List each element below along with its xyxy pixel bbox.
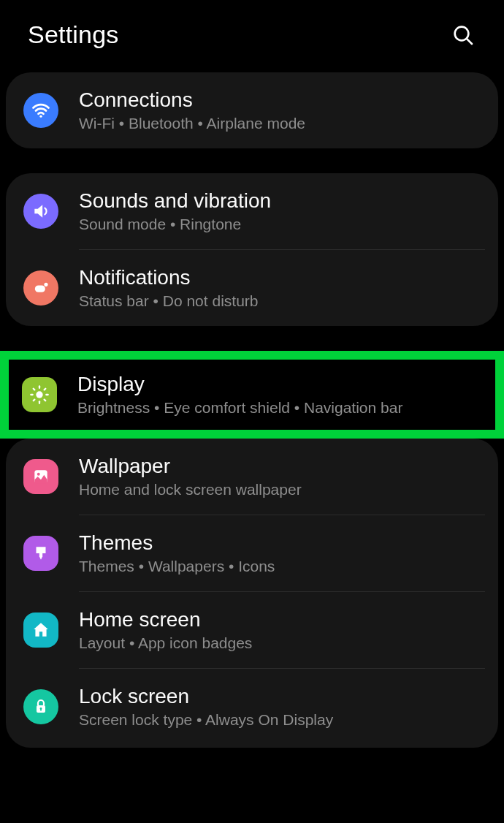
row-subtitle: Status bar • Do not disturb: [79, 292, 484, 310]
svg-point-15: [37, 473, 40, 476]
row-lockscreen[interactable]: Lock screen Screen lock type • Always On…: [6, 669, 498, 745]
search-icon: [451, 23, 475, 47]
svg-point-4: [44, 283, 47, 287]
row-title: Display: [77, 373, 481, 396]
row-title: Lock screen: [79, 685, 484, 708]
brush-icon: [23, 536, 58, 571]
row-title: Connections: [79, 88, 484, 112]
svg-point-2: [39, 115, 42, 118]
image-icon: [23, 459, 58, 494]
settings-group: Connections Wi-Fi • Bluetooth • Airplane…: [6, 72, 498, 148]
svg-point-5: [36, 391, 42, 398]
row-title: Wallpaper: [79, 455, 484, 478]
highlighted-row-wrap: Display Brightness • Eye comfort shield …: [0, 351, 504, 439]
bell-icon: [23, 270, 58, 306]
svg-line-11: [45, 400, 46, 401]
row-texts: Notifications Status bar • Do not distur…: [79, 266, 484, 310]
home-icon: [23, 612, 58, 648]
row-title: Home screen: [79, 608, 484, 632]
row-homescreen[interactable]: Home screen Layout • App icon badges: [6, 592, 498, 668]
row-texts: Lock screen Screen lock type • Always On…: [79, 685, 484, 729]
svg-line-13: [45, 389, 46, 390]
header: Settings: [0, 0, 504, 72]
row-subtitle: Wi-Fi • Bluetooth • Airplane mode: [79, 115, 484, 132]
row-title: Sounds and vibration: [79, 189, 484, 213]
row-display[interactable]: Display Brightness • Eye comfort shield …: [9, 360, 495, 430]
row-subtitle: Layout • App icon badges: [79, 634, 484, 652]
svg-rect-3: [35, 286, 45, 292]
row-title: Notifications: [79, 266, 484, 289]
row-connections[interactable]: Connections Wi-Fi • Bluetooth • Airplane…: [6, 72, 498, 148]
settings-group: Wallpaper Home and lock screen wallpaper…: [6, 439, 498, 748]
svg-line-10: [34, 389, 35, 390]
row-texts: Sounds and vibration Sound mode • Ringto…: [79, 189, 484, 233]
row-subtitle: Home and lock screen wallpaper: [79, 481, 484, 498]
svg-rect-18: [40, 709, 42, 711]
row-themes[interactable]: Themes Themes • Wallpapers • Icons: [6, 515, 498, 591]
row-texts: Themes Themes • Wallpapers • Icons: [79, 531, 484, 575]
row-texts: Home screen Layout • App icon badges: [79, 608, 484, 652]
row-notifications[interactable]: Notifications Status bar • Do not distur…: [6, 250, 498, 326]
settings-group: Sounds and vibration Sound mode • Ringto…: [6, 173, 498, 326]
svg-line-12: [34, 400, 35, 401]
search-button[interactable]: [450, 22, 476, 48]
svg-line-1: [467, 39, 472, 44]
row-subtitle: Sound mode • Ringtone: [79, 216, 484, 233]
sound-icon: [23, 194, 58, 229]
brightness-icon: [22, 377, 57, 412]
row-title: Themes: [79, 531, 484, 555]
row-sounds[interactable]: Sounds and vibration Sound mode • Ringto…: [6, 173, 498, 249]
row-subtitle: Themes • Wallpapers • Icons: [79, 558, 484, 575]
row-texts: Display Brightness • Eye comfort shield …: [77, 373, 481, 417]
row-wallpaper[interactable]: Wallpaper Home and lock screen wallpaper: [6, 439, 498, 515]
page-title: Settings: [28, 20, 118, 49]
wifi-icon: [23, 93, 58, 128]
highlighted-row-inner: Display Brightness • Eye comfort shield …: [9, 360, 495, 430]
row-texts: Wallpaper Home and lock screen wallpaper: [79, 455, 484, 498]
row-subtitle: Screen lock type • Always On Display: [79, 711, 484, 729]
row-subtitle: Brightness • Eye comfort shield • Naviga…: [77, 399, 481, 417]
lock-icon: [23, 689, 58, 724]
row-texts: Connections Wi-Fi • Bluetooth • Airplane…: [79, 88, 484, 132]
